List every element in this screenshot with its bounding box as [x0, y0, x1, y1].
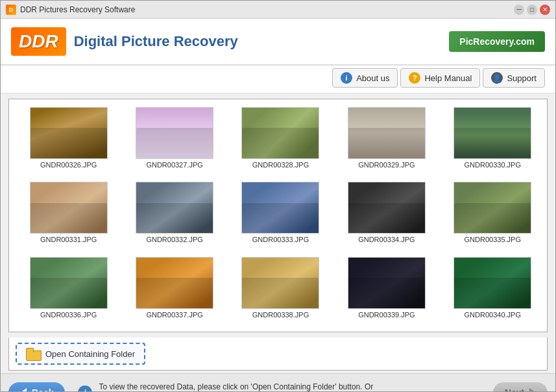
close-button[interactable]: ✕: [540, 5, 550, 15]
title-bar-left: D DDR Pictures Recovery Software: [6, 5, 135, 15]
bottom-panel: Open Containing Folder: [8, 337, 548, 371]
help-manual-button[interactable]: ? Help Manual: [400, 68, 480, 88]
photo-label-14: GNDR00340.JPG: [465, 311, 521, 319]
maximize-button[interactable]: □: [527, 5, 537, 15]
photo-thumb-13: [348, 257, 426, 309]
gallery-item-12[interactable]: GNDR00338.JPG: [232, 257, 330, 324]
gallery-item-6[interactable]: GNDR00332.JPG: [125, 182, 223, 249]
info-circle-icon: i: [78, 386, 92, 393]
photo-thumb-3: [348, 107, 426, 159]
back-button[interactable]: Back: [8, 382, 65, 393]
photo-image-9: [454, 182, 531, 233]
photo-thumb-1: [136, 107, 213, 159]
minimize-button[interactable]: ─: [514, 5, 524, 15]
photo-image-0: [30, 108, 107, 158]
photo-thumb-2: [241, 107, 319, 159]
info-icon: i: [341, 72, 352, 84]
photo-label-4: GNDR00330.JPG: [465, 161, 521, 169]
header-right: PicRecovery.com: [449, 31, 545, 52]
photo-label-13: GNDR00339.JPG: [358, 311, 415, 319]
header: DDR Digital Picture Recovery PicRecovery…: [1, 19, 555, 66]
gallery-item-11[interactable]: GNDR00337.JPG: [125, 257, 223, 324]
gallery-item-4[interactable]: GNDR00330.JPG: [444, 107, 542, 174]
gallery-panel: GNDR00326.JPGGNDR00327.JPGGNDR00328.JPGG…: [8, 99, 548, 332]
gallery-item-9[interactable]: GNDR00335.JPG: [444, 182, 542, 249]
photo-image-13: [348, 258, 425, 308]
photo-image-6: [136, 182, 213, 233]
photo-thumb-9: [453, 182, 531, 234]
photo-image-12: [242, 258, 319, 308]
gallery-item-13[interactable]: GNDR00339.JPG: [337, 257, 435, 324]
nav-row: i About us ? Help Manual 👤 Support: [1, 66, 555, 93]
photo-thumb-6: [136, 182, 213, 234]
photo-image-3: [348, 108, 425, 158]
photo-image-7: [242, 182, 319, 233]
photo-image-2: [242, 108, 319, 158]
photo-thumb-14: [453, 257, 531, 309]
photo-thumb-5: [30, 182, 108, 234]
gallery-item-1[interactable]: GNDR00327.JPG: [125, 107, 223, 174]
logo-text: Digital Picture Recovery: [74, 33, 238, 50]
photo-label-11: GNDR00337.JPG: [146, 311, 202, 319]
gallery-item-5[interactable]: GNDR00331.JPG: [19, 182, 117, 249]
photo-image-4: [454, 108, 531, 158]
help-manual-label: Help Manual: [424, 73, 472, 83]
support-label: Support: [507, 73, 537, 83]
title-bar-controls: ─ □ ✕: [514, 5, 550, 15]
photo-thumb-4: [453, 107, 531, 159]
gallery-item-2[interactable]: GNDR00328.JPG: [232, 107, 330, 174]
photo-image-5: [30, 182, 107, 233]
photo-image-11: [136, 258, 213, 308]
photo-label-3: GNDR00329.JPG: [358, 161, 415, 169]
photo-thumb-11: [136, 257, 213, 309]
photo-thumb-12: [241, 257, 319, 309]
status-text-area: i To view the recovered Data, please cli…: [65, 381, 492, 393]
gallery-item-7[interactable]: GNDR00333.JPG: [232, 182, 330, 249]
photo-label-6: GNDR00332.JPG: [146, 236, 202, 243]
photo-label-2: GNDR00328.JPG: [252, 161, 309, 169]
photo-thumb-0: [30, 107, 108, 159]
about-us-label: About us: [356, 73, 389, 83]
question-icon: ?: [409, 72, 420, 84]
gallery-item-3[interactable]: GNDR00329.JPG: [337, 107, 435, 174]
arrow-left-icon: [20, 388, 27, 393]
gallery-grid: GNDR00326.JPGGNDR00327.JPGGNDR00328.JPGG…: [9, 99, 547, 332]
gallery-item-10[interactable]: GNDR00336.JPG: [19, 257, 117, 324]
photo-label-7: GNDR00333.JPG: [252, 236, 309, 243]
support-icon: 👤: [491, 72, 503, 84]
open-folder-button[interactable]: Open Containing Folder: [16, 343, 145, 365]
photo-label-9: GNDR00335.JPG: [465, 236, 521, 243]
photo-image-1: [136, 108, 213, 158]
photo-label-5: GNDR00331.JPG: [40, 236, 97, 243]
status-message: To view the recovered Data, please click…: [99, 381, 373, 393]
support-button[interactable]: 👤 Support: [483, 68, 545, 88]
about-us-button[interactable]: i About us: [332, 68, 398, 88]
next-label: Next: [505, 387, 524, 393]
title-bar: D DDR Pictures Recovery Software ─ □ ✕: [1, 1, 555, 19]
app-icon: D: [6, 5, 16, 15]
photo-thumb-8: [348, 182, 426, 234]
logo-ddr: DDR: [11, 27, 66, 56]
photo-label-10: GNDR00336.JPG: [40, 311, 97, 319]
photo-image-14: [454, 258, 531, 308]
photo-image-10: [30, 258, 107, 308]
back-label: Back: [32, 387, 53, 393]
logo-area: DDR Digital Picture Recovery: [11, 27, 238, 56]
photo-thumb-7: [241, 182, 319, 234]
gallery-item-8[interactable]: GNDR00334.JPG: [337, 182, 435, 249]
photo-label-1: GNDR00327.JPG: [146, 161, 202, 169]
photo-label-12: GNDR00338.JPG: [252, 311, 309, 319]
gallery-item-14[interactable]: GNDR00340.JPG: [444, 257, 542, 324]
status-bar: Back i To view the recovered Data, pleas…: [1, 373, 555, 392]
photo-label-0: GNDR00326.JPG: [40, 161, 97, 169]
arrow-right-icon: [529, 388, 536, 393]
picrecovery-button[interactable]: PicRecovery.com: [449, 31, 545, 52]
folder-icon: [26, 348, 40, 360]
gallery-item-0[interactable]: GNDR00326.JPG: [19, 107, 117, 174]
folder-btn-label: Open Containing Folder: [45, 349, 135, 359]
photo-label-8: GNDR00334.JPG: [358, 236, 415, 243]
photo-thumb-10: [30, 257, 108, 309]
photo-image-8: [348, 182, 425, 233]
next-button[interactable]: Next: [493, 382, 548, 393]
title-text: DDR Pictures Recovery Software: [20, 5, 135, 14]
